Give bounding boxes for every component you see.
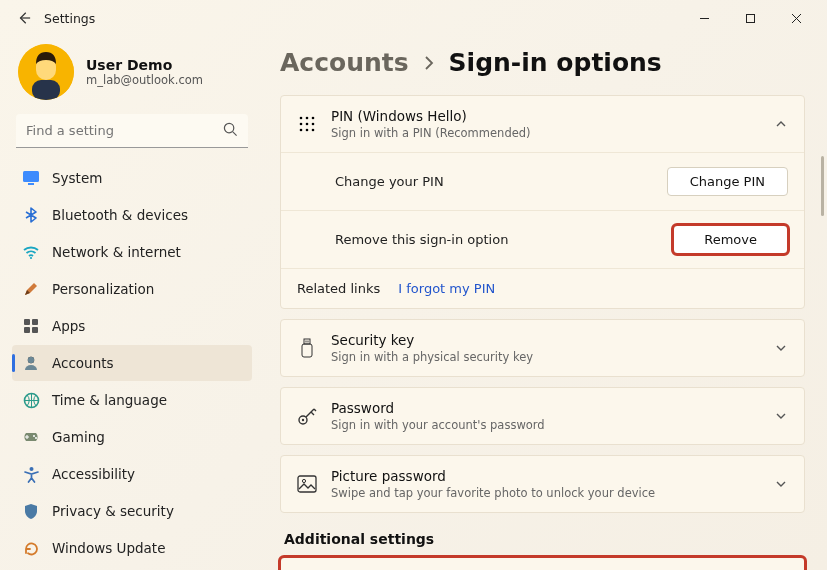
picture-password-title: Picture password bbox=[331, 468, 760, 484]
key-icon bbox=[297, 406, 317, 426]
chevron-up-icon bbox=[774, 117, 788, 131]
svg-rect-12 bbox=[32, 319, 38, 325]
picture-password-card: Picture password Swipe and tap your favo… bbox=[280, 455, 805, 513]
breadcrumb: Accounts Sign-in options bbox=[280, 48, 805, 77]
svg-rect-33 bbox=[308, 341, 309, 343]
maximize-icon bbox=[745, 13, 756, 24]
svg-rect-8 bbox=[23, 171, 39, 182]
globe-clock-icon bbox=[22, 391, 40, 409]
svg-rect-32 bbox=[306, 341, 307, 343]
change-pin-row: Change your PIN Change PIN bbox=[281, 152, 804, 210]
svg-point-26 bbox=[312, 123, 315, 126]
sidebar-item-label: Privacy & security bbox=[52, 503, 174, 519]
sidebar-item-accounts[interactable]: Accounts bbox=[12, 345, 252, 381]
monitor-icon bbox=[22, 169, 40, 187]
sidebar-item-update[interactable]: Windows Update bbox=[12, 530, 252, 566]
security-key-card: Security key Sign in with a physical sec… bbox=[280, 319, 805, 377]
picture-password-header[interactable]: Picture password Swipe and tap your favo… bbox=[281, 456, 804, 512]
search-icon bbox=[223, 122, 238, 137]
svg-point-27 bbox=[300, 129, 303, 132]
minimize-icon bbox=[699, 13, 710, 24]
picture-password-subtitle: Swipe and tap your favorite photo to unl… bbox=[331, 486, 760, 500]
pin-header[interactable]: PIN (Windows Hello) Sign in with a PIN (… bbox=[281, 96, 804, 152]
gamepad-icon bbox=[22, 428, 40, 446]
svg-rect-14 bbox=[32, 327, 38, 333]
security-key-subtitle: Sign in with a physical security key bbox=[331, 350, 760, 364]
svg-rect-11 bbox=[24, 319, 30, 325]
apps-icon bbox=[22, 317, 40, 335]
sidebar-item-label: Time & language bbox=[52, 392, 167, 408]
sidebar-item-bluetooth[interactable]: Bluetooth & devices bbox=[12, 197, 252, 233]
person-icon bbox=[22, 354, 40, 372]
password-card: Password Sign in with your account's pas… bbox=[280, 387, 805, 445]
sidebar-item-label: Apps bbox=[52, 318, 85, 334]
sidebar-item-gaming[interactable]: Gaming bbox=[12, 419, 252, 455]
accessibility-icon bbox=[22, 465, 40, 483]
svg-point-22 bbox=[306, 117, 309, 120]
pin-grid-icon bbox=[297, 114, 317, 134]
update-icon bbox=[22, 539, 40, 557]
pin-subtitle: Sign in with a PIN (Recommended) bbox=[331, 126, 760, 140]
chevron-down-icon bbox=[774, 409, 788, 423]
svg-point-23 bbox=[312, 117, 315, 120]
related-links-label: Related links bbox=[297, 281, 380, 296]
svg-rect-30 bbox=[304, 339, 310, 344]
svg-rect-31 bbox=[302, 344, 312, 357]
search-box[interactable] bbox=[16, 114, 248, 148]
change-pin-button[interactable]: Change PIN bbox=[667, 167, 788, 196]
svg-rect-1 bbox=[746, 14, 754, 22]
sidebar-item-personalization[interactable]: Personalization bbox=[12, 271, 252, 307]
password-header[interactable]: Password Sign in with your account's pas… bbox=[281, 388, 804, 444]
svg-rect-13 bbox=[24, 327, 30, 333]
close-button[interactable] bbox=[773, 2, 819, 34]
svg-point-24 bbox=[300, 123, 303, 126]
user-block[interactable]: User Demo m_lab@outlook.com bbox=[12, 40, 252, 114]
hello-only-card: For improved security, only allow Window… bbox=[280, 557, 805, 570]
breadcrumb-parent[interactable]: Accounts bbox=[280, 48, 409, 77]
svg-rect-36 bbox=[298, 476, 316, 492]
security-key-header[interactable]: Security key Sign in with a physical sec… bbox=[281, 320, 804, 376]
sidebar-item-apps[interactable]: Apps bbox=[12, 308, 252, 344]
sidebar-item-label: Personalization bbox=[52, 281, 154, 297]
svg-point-20 bbox=[29, 467, 33, 471]
user-name: User Demo bbox=[86, 57, 203, 73]
nav-list: System Bluetooth & devices Network & int… bbox=[12, 160, 252, 566]
bluetooth-icon bbox=[22, 206, 40, 224]
svg-rect-9 bbox=[28, 183, 34, 185]
remove-pin-row: Remove this sign-in option Remove bbox=[281, 210, 804, 268]
sidebar-item-privacy[interactable]: Privacy & security bbox=[12, 493, 252, 529]
svg-point-16 bbox=[28, 357, 34, 363]
close-icon bbox=[791, 13, 802, 24]
sidebar-item-accessibility[interactable]: Accessibility bbox=[12, 456, 252, 492]
sidebar-item-label: Gaming bbox=[52, 429, 105, 445]
sidebar-item-label: Network & internet bbox=[52, 244, 181, 260]
sidebar-item-label: Accessibility bbox=[52, 466, 135, 482]
svg-point-25 bbox=[306, 123, 309, 126]
user-email: m_lab@outlook.com bbox=[86, 73, 203, 87]
sidebar-item-time[interactable]: Time & language bbox=[12, 382, 252, 418]
search-input[interactable] bbox=[16, 114, 248, 148]
change-pin-label: Change your PIN bbox=[335, 174, 444, 189]
back-button[interactable] bbox=[8, 2, 40, 34]
svg-line-7 bbox=[233, 132, 237, 136]
svg-point-19 bbox=[35, 437, 37, 439]
sidebar: User Demo m_lab@outlook.com System Bluet… bbox=[0, 36, 264, 570]
pin-title: PIN (Windows Hello) bbox=[331, 108, 760, 124]
shield-icon bbox=[22, 502, 40, 520]
scrollbar-thumb[interactable] bbox=[821, 156, 824, 216]
forgot-pin-link[interactable]: I forgot my PIN bbox=[398, 281, 495, 296]
svg-point-18 bbox=[33, 435, 35, 437]
maximize-button[interactable] bbox=[727, 2, 773, 34]
svg-rect-5 bbox=[32, 80, 60, 100]
svg-point-35 bbox=[302, 419, 304, 421]
pin-card: PIN (Windows Hello) Sign in with a PIN (… bbox=[280, 95, 805, 309]
sidebar-item-system[interactable]: System bbox=[12, 160, 252, 196]
sidebar-item-label: Accounts bbox=[52, 355, 114, 371]
title-bar: Settings bbox=[0, 0, 827, 36]
svg-point-10 bbox=[30, 257, 32, 259]
additional-settings-heading: Additional settings bbox=[284, 531, 805, 547]
remove-pin-button[interactable]: Remove bbox=[673, 225, 788, 254]
sidebar-item-network[interactable]: Network & internet bbox=[12, 234, 252, 270]
minimize-button[interactable] bbox=[681, 2, 727, 34]
window-title: Settings bbox=[44, 11, 95, 26]
